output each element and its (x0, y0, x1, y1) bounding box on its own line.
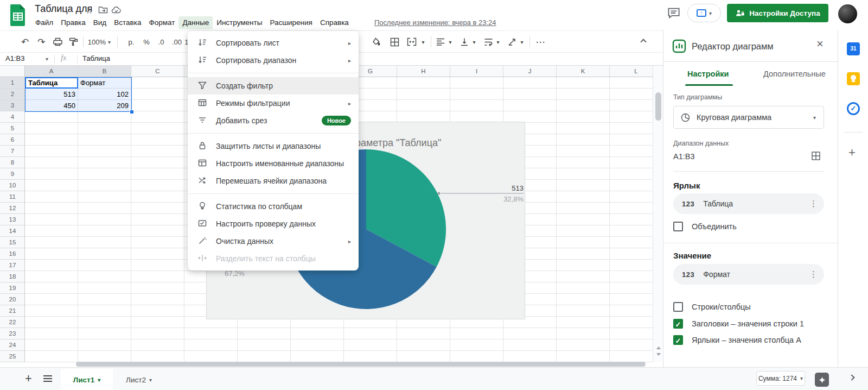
percent-format-button[interactable]: % (141, 31, 152, 53)
sheet-tab-caret-icon[interactable]: ▾ (98, 377, 100, 383)
share-button[interactable]: Настройки Доступа (727, 4, 828, 22)
decrease-decimals-button[interactable]: .0 (155, 31, 167, 53)
label-field-chip[interactable]: 123 Таблица ⋮ (673, 193, 824, 214)
value-field-chip[interactable]: 123 Формат ⋮ (673, 264, 824, 285)
name-box[interactable]: A1:B3 (5, 54, 24, 62)
name-box-caret-icon[interactable]: ▾ (46, 56, 48, 62)
menu-item-7[interactable]: Защитить листы и диапазоны (188, 137, 359, 155)
column-header-I[interactable]: I (450, 66, 503, 77)
column-header-L[interactable]: L (610, 66, 653, 77)
present-button[interactable]: ↑ ▾ (687, 4, 721, 22)
zoom-select[interactable]: 100%▾ (87, 31, 112, 53)
sheets-logo-icon[interactable] (10, 4, 26, 26)
column-header-J[interactable]: J (503, 66, 557, 77)
row-header-23[interactable]: 23 (0, 328, 25, 339)
select-all-corner[interactable] (0, 66, 25, 77)
print-button[interactable] (52, 31, 63, 53)
document-title[interactable]: Таблица для (35, 3, 92, 15)
checkbox-unchecked-icon[interactable] (673, 302, 683, 312)
fill-handle[interactable] (130, 110, 134, 114)
horizontal-scrollbar-thumb[interactable] (76, 362, 646, 367)
row-header-16[interactable]: 16 (0, 248, 25, 260)
menu-6[interactable]: Инструменты (213, 16, 266, 29)
sum-indicator[interactable]: Сумма: 1274 ▾ (756, 371, 805, 386)
row-header-7[interactable]: 7 (0, 146, 25, 157)
row-header-13[interactable]: 13 (0, 214, 25, 225)
menu-item-11[interactable]: Статистика по столбцам (188, 198, 359, 215)
more-options-icon[interactable]: ⋮ (809, 199, 818, 209)
sheet-tab-caret-icon[interactable]: ▾ (149, 377, 152, 383)
row-header-18[interactable]: 18 (0, 271, 25, 282)
add-sheet-button[interactable]: + (25, 372, 32, 386)
menu-item-3[interactable]: Создать фильтр (188, 77, 359, 95)
row-header-15[interactable]: 15 (0, 237, 25, 248)
row-header-8[interactable]: 8 (0, 157, 25, 168)
menu-8[interactable]: Справка (316, 16, 353, 29)
increase-decimals-button[interactable]: .00 (170, 31, 184, 53)
row-header-22[interactable]: 22 (0, 317, 25, 328)
menu-item-13[interactable]: Очистка данных▸ (188, 232, 359, 250)
menu-item-4[interactable]: Режимы фильтрации▸ (188, 95, 359, 112)
close-icon[interactable]: × (816, 37, 824, 51)
menu-item-12[interactable]: Настроить проверку данных (188, 215, 359, 232)
keep-icon[interactable] (847, 72, 860, 85)
column-header-A[interactable]: A (25, 66, 78, 77)
paint-format-button[interactable] (67, 31, 79, 53)
menu-item-8[interactable]: Настроить именованные диапазоны (188, 155, 359, 172)
calendar-icon[interactable]: 31 (847, 42, 860, 55)
menu-2[interactable]: Вид (90, 16, 110, 29)
chart-type-select[interactable]: Круговая диаграмма ▾ (673, 106, 824, 129)
combine-checkbox-row[interactable]: Объединить (673, 222, 737, 231)
text-wrap-caret-icon[interactable]: ▾ (495, 31, 501, 53)
horizontal-align-caret-icon[interactable]: ▾ (447, 31, 454, 53)
vertical-scrollbar[interactable] (653, 66, 663, 362)
editor-checkbox-row-1[interactable]: ✓Заголовки – значения строки 1 (673, 319, 804, 329)
explore-button[interactable] (815, 373, 829, 387)
select-range-icon[interactable] (811, 151, 821, 161)
formula-bar-value[interactable]: Таблица (82, 54, 110, 62)
more-options-icon[interactable]: ⋮ (809, 269, 818, 279)
fill-color-button[interactable] (370, 31, 382, 53)
column-header-H[interactable]: H (397, 66, 450, 77)
vertical-align-button[interactable] (458, 31, 470, 53)
row-header-11[interactable]: 11 (0, 191, 25, 203)
column-header-K[interactable]: K (557, 66, 610, 77)
checkbox-checked-icon[interactable]: ✓ (673, 319, 683, 329)
row-header-5[interactable]: 5 (0, 123, 25, 134)
get-addons-icon[interactable]: + (848, 146, 856, 160)
row-header-12[interactable]: 12 (0, 203, 25, 214)
checkbox-checked-icon[interactable]: ✓ (673, 335, 683, 345)
row-header-25[interactable]: 25 (0, 351, 25, 362)
editor-checkbox-row-0[interactable]: Строки/столбцы (673, 302, 751, 312)
last-edit-link[interactable]: Последнее изменение: вчера в 23:24 (374, 18, 496, 27)
text-rotation-button[interactable] (506, 31, 518, 53)
cell-A2[interactable]: 513 (25, 89, 78, 100)
expand-strip-icon[interactable] (848, 374, 854, 380)
scroll-down-icon[interactable] (656, 353, 661, 356)
row-header-4[interactable]: 4 (0, 111, 25, 123)
scroll-up-icon[interactable] (656, 347, 661, 349)
comment-icon[interactable] (667, 7, 680, 19)
row-header-2[interactable]: 2 (0, 89, 25, 100)
row-header-10[interactable]: 10 (0, 180, 25, 191)
text-wrap-button[interactable] (482, 31, 494, 53)
cell-B2[interactable]: 102 (78, 89, 131, 100)
row-header-6[interactable]: 6 (0, 134, 25, 146)
cloud-status-icon[interactable] (111, 5, 122, 14)
move-to-folder-icon[interactable] (98, 5, 108, 14)
tasks-icon[interactable]: ✓ (847, 102, 860, 115)
row-header-24[interactable]: 24 (0, 339, 25, 351)
menu-item-5[interactable]: Добавить срезНовое (188, 112, 359, 129)
menu-5[interactable]: Данные (178, 16, 213, 29)
column-header-B[interactable]: B (78, 66, 131, 77)
menu-1[interactable]: Правка (57, 16, 90, 29)
menu-item-0[interactable]: Сортировать лист▸ (188, 34, 359, 52)
sheet-tab-1[interactable]: Лист1 ▾ (61, 369, 113, 390)
tab-customize[interactable]: Дополнительные (763, 70, 826, 78)
row-header-3[interactable]: 3 (0, 100, 25, 111)
star-icon[interactable]: ☆ (85, 5, 93, 16)
menu-0[interactable]: Файл (31, 16, 57, 29)
row-header-19[interactable]: 19 (0, 282, 25, 294)
checkbox-unchecked-icon[interactable] (673, 222, 683, 231)
menu-3[interactable]: Вставка (110, 16, 145, 29)
